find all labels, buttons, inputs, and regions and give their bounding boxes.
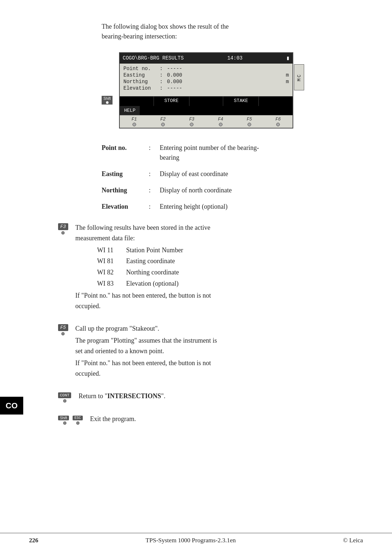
screen-row-northing: Northing : 0.000 m [123, 79, 289, 85]
def-row-elevation: Elevation : Entering height (optional) [102, 202, 363, 212]
def-desc-easting: Display of east coordinate [160, 169, 363, 179]
f5-note-section: F5 Call up the program "Stakeout". The p… [58, 323, 363, 380]
esc-note-text: Exit the program. [90, 414, 363, 424]
fkey-f5[interactable]: F5 [235, 117, 264, 126]
screen-value-northing: 0.000 [167, 79, 280, 85]
f3-badge-wrapper: F3 [58, 223, 68, 234]
wi-desc-83: Elevation (optional) [126, 278, 363, 289]
fkey-f2-label: F2 [148, 117, 177, 122]
intro-line2: bearing-bearing intersection: [102, 32, 363, 41]
screen-header: COGO\BRG-BRG RESULTS 14:03 ▮ [120, 53, 293, 64]
esc-shift-badge: Shift [58, 416, 69, 420]
footer-page: 226 [29, 537, 38, 544]
wi-desc-82: Northing coordinate [126, 267, 363, 278]
screen-fkeys-row: F1 F2 F3 F4 [120, 115, 293, 128]
cont-badge: CONT [58, 392, 71, 398]
def-term-northing: Northing [102, 185, 149, 195]
screen-row-pointno: Point no. : ----- [123, 66, 289, 72]
screen-label-northing: Northing [123, 79, 160, 85]
esc-badges: Shift ESC [58, 416, 83, 425]
fkey-f3-label: F3 [177, 117, 206, 122]
def-term-elevation: Elevation [102, 202, 149, 212]
screen-label-easting: Easting [123, 72, 160, 78]
fkey-f6[interactable]: F6 [264, 117, 293, 126]
f3-badge: F3 [58, 223, 68, 230]
cont-note-section: CONT Return to "INTERSECTIONS". [58, 391, 363, 403]
fkey-f5-label: F5 [235, 117, 264, 122]
wi-code-82: WI 82 [97, 267, 126, 278]
f5-note-line1: Call up the program "Stakeout". [75, 323, 363, 334]
store-button[interactable]: STORE [154, 97, 189, 106]
cont-note-content: Return to "INTERSECTIONS". [78, 391, 363, 403]
fkey-f1-label: F1 [120, 117, 148, 122]
intro-text: The following dialog box shows the resul… [102, 22, 363, 41]
f5-note-content: Call up the program "Stakeout". The prog… [75, 323, 363, 380]
def-term-pointno: Point no. [102, 143, 149, 163]
wi-row-11: WI 11 Station Point Number [97, 245, 363, 256]
fkey-f1[interactable]: F1 [120, 117, 148, 126]
def-term-easting: Easting [102, 169, 149, 179]
wi-code-83: WI 83 [97, 278, 126, 289]
screen-label-pointno: Point no. [123, 66, 160, 72]
f3-extra-text: If "Point no." has not been entered, the… [75, 290, 363, 311]
screen-value-elevation: ----- [167, 85, 289, 91]
screen-row-elevation: Elevation : ----- [123, 85, 289, 91]
screen-title: COGO\BRG-BRG RESULTS [123, 55, 184, 61]
screen-label-elevation: Elevation [123, 85, 160, 91]
wi-desc-81: Easting coordinate [126, 256, 363, 266]
cont-note-text: Return to "INTERSECTIONS". [78, 391, 363, 401]
mc-badge: MC [294, 64, 304, 90]
wi-code-81: WI 81 [97, 256, 126, 266]
fkey-f3[interactable]: F3 [177, 117, 206, 126]
f5-badge: F5 [58, 324, 68, 331]
def-row-northing: Northing : Display of north coordinate [102, 185, 363, 195]
footer: 226 TPS-System 1000 Programs-2.3.1en © L… [0, 533, 392, 544]
fkey-f4-label: F4 [206, 117, 235, 122]
def-row-easting: Easting : Display of east coordinate [102, 169, 363, 179]
screen-help-row: HELP [120, 106, 293, 115]
fkey-f6-label: F6 [264, 117, 293, 122]
def-desc-pointno: Entering point number of the bearing-bea… [160, 143, 363, 163]
intro-line1: The following dialog box shows the resul… [102, 22, 363, 32]
esc-note-section: Shift ESC Exit the program. [58, 414, 363, 426]
footer-brand: © Leica [343, 537, 363, 544]
wi-code-11: WI 11 [97, 245, 126, 256]
f5-badge-wrapper: F5 [58, 324, 68, 335]
screen-value-pointno: ----- [167, 66, 289, 72]
device-screen: COGO\BRG-BRG RESULTS 14:03 ▮ MC Point no… [119, 52, 293, 128]
esc-badge: ESC [73, 416, 83, 420]
wi-row-82: WI 82 Northing coordinate [97, 267, 363, 278]
co-marker: CO [0, 397, 23, 415]
fkey-f4[interactable]: F4 [206, 117, 235, 126]
screen-value-easting: 0.000 [167, 72, 280, 78]
stake-button[interactable]: STAKE [223, 97, 259, 106]
footer-title: TPS-System 1000 Programs-2.3.1en [146, 537, 236, 544]
device-screen-wrapper: Shift COGO\BRG-BRG RESULTS 14:03 ▮ [102, 52, 363, 128]
wi-row-83: WI 83 Elevation (optional) [97, 278, 363, 289]
f3-note-section: F3 The following results have been store… [58, 223, 363, 313]
fkey-f2[interactable]: F2 [148, 117, 177, 126]
def-desc-northing: Display of north coordinate [160, 185, 363, 195]
wi-table: WI 11 Station Point Number WI 81 Easting… [97, 245, 363, 289]
esc-note-content: Exit the program. [90, 414, 363, 426]
screen-time: 14:03 [227, 55, 242, 61]
help-button[interactable]: HELP [120, 106, 140, 115]
shift-button-left: Shift [102, 96, 115, 105]
intersections-label: INTERSECTIONS [107, 392, 161, 400]
page-container: CO The following dialog box shows the re… [0, 0, 392, 555]
f3-note-text: The following results have been stored i… [75, 223, 363, 244]
def-row-pointno: Point no. : Entering point number of the… [102, 143, 363, 163]
definitions-section: Point no. : Entering point number of the… [102, 143, 363, 212]
wi-row-81: WI 81 Easting coordinate [97, 256, 363, 266]
screen-buttons-store-stake: STORE STAKE [120, 96, 293, 106]
f5-note-line3: If "Point no." has not been entered, the… [75, 358, 363, 379]
def-desc-elevation: Entering height (optional) [160, 202, 363, 212]
wi-desc-11: Station Point Number [126, 245, 363, 256]
f3-note-content: The following results have been stored i… [75, 223, 363, 313]
screen-body: MC Point no. : ----- Easting : 0.000 m [120, 64, 293, 96]
f5-note-line2: The program "Plotting" assumes that the … [75, 335, 363, 356]
cont-badge-wrapper: CONT [58, 392, 71, 403]
screen-row-easting: Easting : 0.000 m [123, 72, 289, 78]
